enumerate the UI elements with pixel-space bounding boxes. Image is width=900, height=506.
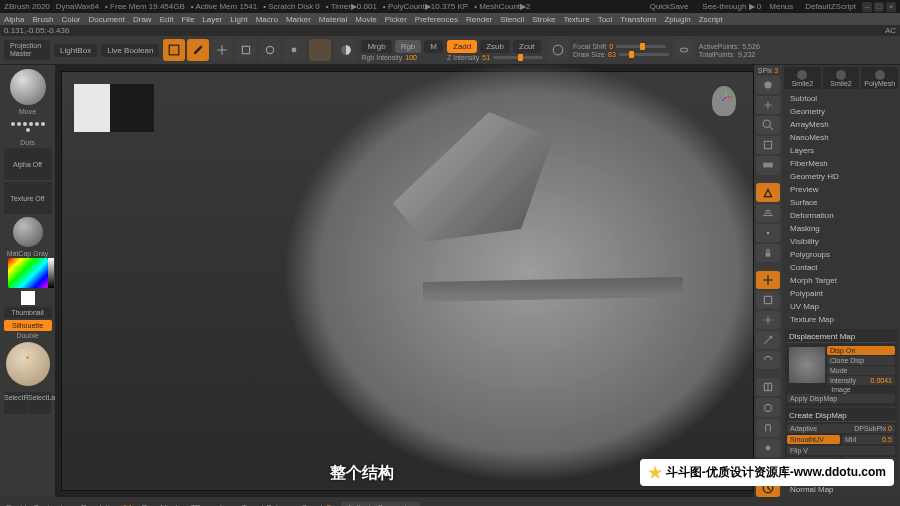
zoom-button[interactable] (756, 116, 780, 134)
palette-item[interactable]: UV Map (786, 300, 896, 313)
palette-item[interactable]: Preview (786, 183, 896, 196)
move-button[interactable] (756, 311, 780, 329)
draw-size-value[interactable]: 83 (608, 51, 616, 58)
menu-item[interactable]: Zplugin (664, 15, 690, 24)
flipv-button[interactable]: Flip V (787, 446, 895, 455)
palette-item[interactable]: Polygroups (786, 248, 896, 261)
actual-button[interactable] (756, 136, 780, 154)
mrgb-button[interactable]: Mrgb (361, 40, 391, 53)
thumbnail-preview[interactable] (6, 342, 50, 386)
stroke-icon[interactable] (10, 116, 46, 138)
floor-button[interactable] (756, 204, 780, 222)
menu-item[interactable]: Picker (385, 15, 407, 24)
rgb-button[interactable]: Rgb (395, 40, 422, 53)
brush-swatch[interactable] (10, 69, 46, 105)
select-lasso-button[interactable]: SelectLa (28, 392, 51, 414)
gizmo-3d-button[interactable] (756, 271, 780, 289)
intensity-slider[interactable]: Intensity0.0041 (827, 376, 895, 385)
clone-disp-button[interactable]: Clone Disp (827, 356, 895, 365)
persp-button[interactable] (756, 183, 780, 201)
menu-item[interactable]: Material (319, 15, 347, 24)
zcut-button[interactable]: Zcut (513, 40, 541, 53)
menu-item[interactable]: Layer (202, 15, 222, 24)
apply-dispmap-button[interactable]: Apply DispMap (787, 394, 895, 403)
menu-item[interactable]: Preferences (415, 15, 458, 24)
minimize-icon[interactable]: – (862, 2, 872, 12)
silhouette-button[interactable]: Silhouette (4, 320, 52, 331)
mid-slider[interactable]: Mid0.5 (842, 435, 895, 444)
frame-button[interactable] (756, 291, 780, 309)
palette-item[interactable]: Vector Displacement Map (786, 496, 896, 497)
menu-item[interactable]: Texture (563, 15, 589, 24)
edit-mode-button[interactable] (163, 39, 185, 61)
rotate-mode-button[interactable] (259, 39, 281, 61)
nav-head[interactable] (703, 80, 745, 122)
local-button[interactable] (756, 224, 780, 242)
menu-item[interactable]: Stroke (532, 15, 555, 24)
z-intensity-value[interactable]: 51 (482, 54, 490, 61)
focal-shift-slider[interactable] (616, 45, 666, 48)
maximize-icon[interactable]: □ (874, 2, 884, 12)
menu-item[interactable]: Alpha (4, 15, 24, 24)
current-color[interactable] (21, 291, 35, 305)
palette-item[interactable]: ArrayMesh (786, 118, 896, 131)
palette-item[interactable]: Deformation (786, 209, 896, 222)
rgb-intensity-value[interactable]: 100 (405, 54, 417, 61)
color-picker[interactable] (8, 258, 48, 288)
adaptive-button[interactable]: AdaptiveDPSubPix 0 (787, 424, 895, 433)
menu-item[interactable]: Light (230, 15, 247, 24)
ghost-button[interactable] (756, 419, 780, 437)
transp-button[interactable] (756, 398, 780, 416)
draw-size-slider[interactable] (619, 53, 669, 56)
palette-item[interactable]: Visibility (786, 235, 896, 248)
texture-off-button[interactable]: Texture Off (4, 182, 52, 214)
menu-item[interactable]: Edit (160, 15, 174, 24)
target-poly-value[interactable]: 5 (327, 503, 331, 507)
menu-item[interactable]: Color (61, 15, 80, 24)
scale-button[interactable] (756, 331, 780, 349)
quicksave-button[interactable]: QuickSave (650, 2, 689, 11)
dynamic-button[interactable] (673, 39, 695, 61)
default-zscript[interactable]: DefaultZScript (805, 2, 856, 11)
menu-item[interactable]: Transform (620, 15, 656, 24)
palette-item[interactable]: Polypaint (786, 287, 896, 300)
menu-item[interactable]: Draw (133, 15, 152, 24)
disp-map-header[interactable]: Displacement Map (787, 331, 895, 343)
palette-item[interactable]: Subtool (786, 92, 896, 105)
tool-tab[interactable]: Smile2 (784, 67, 821, 89)
alpha-off-button[interactable]: Alpha Off (4, 148, 52, 180)
close-icon[interactable]: × (886, 2, 896, 12)
palette-item[interactable]: Morph Target (786, 274, 896, 287)
reference-image[interactable] (74, 84, 154, 132)
tool-tab[interactable]: PolyMesh (861, 67, 898, 89)
palette-item[interactable]: Masking (786, 222, 896, 235)
resolution-value[interactable]: 64 (123, 503, 132, 507)
disp-map-thumb[interactable] (789, 347, 825, 383)
menu-item[interactable]: Tool (598, 15, 613, 24)
solo-button[interactable] (756, 439, 780, 457)
palette-item[interactable]: Surface (786, 196, 896, 209)
menus-button[interactable]: Menus (769, 2, 793, 11)
dynamesh-button[interactable]: DynaMesh (142, 503, 180, 507)
sculptris-button[interactable] (309, 39, 331, 61)
zremesher-button[interactable]: ZRemesher (190, 503, 232, 507)
focal-shift-value[interactable]: 0 (609, 43, 613, 50)
m-button[interactable]: M (424, 40, 443, 53)
enable-customize[interactable]: Enable Customize (6, 503, 71, 507)
brush-preview[interactable] (547, 39, 569, 61)
menu-item[interactable]: Macro (256, 15, 278, 24)
activate-symmetry-button[interactable]: Activate Symmetry (341, 502, 420, 507)
menu-item[interactable]: Zscript (699, 15, 723, 24)
palette-item[interactable]: Geometry (786, 105, 896, 118)
menu-item[interactable]: Movie (355, 15, 376, 24)
thumbnail-button[interactable]: Thumbnail (4, 307, 52, 318)
menu-item[interactable]: File (181, 15, 194, 24)
scale-mode-button[interactable] (235, 39, 257, 61)
menu-item[interactable]: Render (466, 15, 492, 24)
z-intensity-slider[interactable] (493, 56, 543, 59)
mode-toggle[interactable] (335, 39, 357, 61)
mode-button[interactable]: Mode (827, 366, 895, 375)
palette-item[interactable]: Layers (786, 144, 896, 157)
aahalf-button[interactable] (756, 156, 780, 174)
select-rect-button[interactable]: SelectRe (4, 392, 27, 414)
